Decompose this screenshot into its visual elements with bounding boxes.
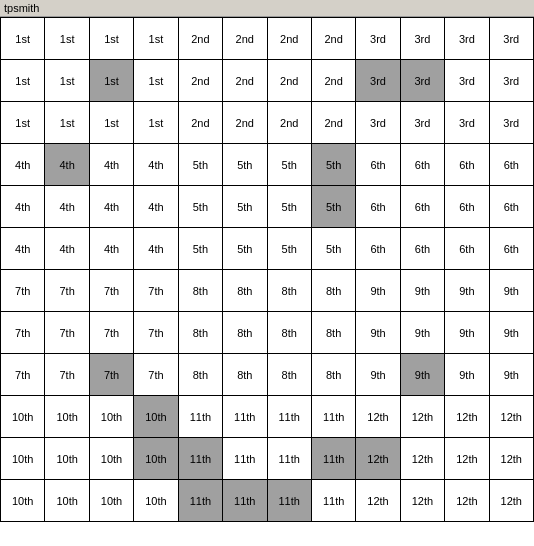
table-row: 12th [356,480,400,522]
table-row: 4th [134,144,178,186]
table-row: 4th [134,186,178,228]
table-row: 3rd [445,60,489,102]
table-row: 10th [1,396,45,438]
table-row: 7th [45,354,89,396]
table-row: 9th [445,270,489,312]
table-row: 3rd [401,60,445,102]
table-row: 8th [268,312,312,354]
table-row: 5th [312,186,356,228]
table-row: 1st [134,18,178,60]
table-row: 7th [1,312,45,354]
table-row: 11th [312,396,356,438]
table-row: 6th [401,186,445,228]
table-row: 10th [134,396,178,438]
table-row: 5th [268,144,312,186]
table-row: 12th [490,396,534,438]
table-row: 12th [356,438,400,480]
table-row: 6th [356,144,400,186]
table-row: 8th [179,354,223,396]
table-row: 6th [490,186,534,228]
table-row: 5th [268,228,312,270]
table-row: 1st [90,18,134,60]
table-row: 1st [45,18,89,60]
table-row: 7th [90,270,134,312]
table-row: 7th [90,354,134,396]
table-row: 7th [1,270,45,312]
table-row: 6th [356,186,400,228]
grid-container: 1st1st1st1st2nd2nd2nd2nd3rd3rd3rd3rd1st1… [0,17,534,522]
table-row: 6th [490,228,534,270]
table-row: 10th [45,438,89,480]
table-row: 11th [312,480,356,522]
table-row: 2nd [312,60,356,102]
table-row: 9th [356,354,400,396]
table-row: 8th [223,312,267,354]
table-row: 10th [134,438,178,480]
table-row: 11th [268,480,312,522]
table-row: 6th [401,144,445,186]
table-row: 1st [45,60,89,102]
table-row: 7th [45,270,89,312]
table-row: 1st [134,102,178,144]
table-row: 3rd [356,18,400,60]
table-row: 4th [45,228,89,270]
table-row: 6th [356,228,400,270]
table-row: 1st [45,102,89,144]
table-row: 12th [490,480,534,522]
table-row: 11th [312,438,356,480]
table-row: 5th [312,144,356,186]
table-row: 4th [134,228,178,270]
table-row: 2nd [268,60,312,102]
table-row: 11th [179,438,223,480]
table-row: 1st [1,102,45,144]
table-row: 9th [356,312,400,354]
table-row: 10th [1,480,45,522]
table-row: 4th [45,186,89,228]
table-row: 4th [1,228,45,270]
table-row: 1st [134,60,178,102]
table-row: 3rd [490,102,534,144]
table-row: 3rd [356,102,400,144]
table-row: 1st [1,60,45,102]
table-row: 5th [223,186,267,228]
table-row: 11th [268,396,312,438]
table-row: 12th [401,396,445,438]
table-row: 5th [223,144,267,186]
table-row: 11th [223,480,267,522]
table-row: 11th [268,438,312,480]
table-row: 9th [445,312,489,354]
table-row: 4th [1,144,45,186]
table-row: 9th [401,354,445,396]
table-row: 9th [401,312,445,354]
table-row: 9th [445,354,489,396]
table-row: 10th [1,438,45,480]
table-row: 8th [223,354,267,396]
table-row: 8th [179,312,223,354]
table-row: 1st [90,60,134,102]
table-row: 10th [90,480,134,522]
table-row: 8th [223,270,267,312]
table-row: 10th [134,480,178,522]
table-row: 11th [223,396,267,438]
table-row: 5th [312,228,356,270]
table-row: 5th [179,144,223,186]
table-row: 8th [312,354,356,396]
table-row: 9th [356,270,400,312]
table-row: 3rd [356,60,400,102]
table-row: 10th [45,396,89,438]
table-row: 7th [90,312,134,354]
table-row: 11th [179,480,223,522]
table-row: 3rd [490,18,534,60]
table-row: 2nd [179,60,223,102]
table-row: 12th [445,438,489,480]
table-row: 2nd [312,102,356,144]
table-row: 2nd [223,60,267,102]
table-row: 2nd [179,102,223,144]
table-row: 7th [1,354,45,396]
table-row: 2nd [223,18,267,60]
table-row: 12th [401,438,445,480]
table-row: 9th [490,312,534,354]
app-title: tpsmith [4,2,39,14]
table-row: 5th [223,228,267,270]
table-row: 9th [490,354,534,396]
